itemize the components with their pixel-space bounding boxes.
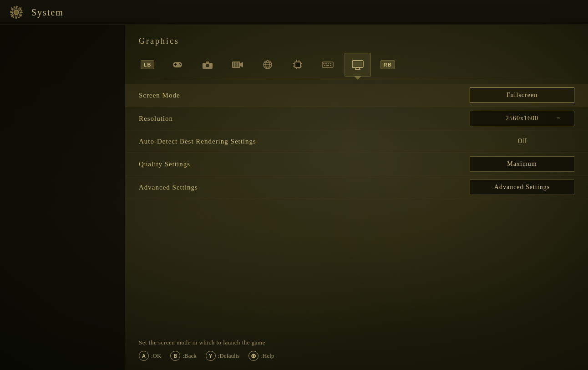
defaults-button: Y [206,351,216,361]
rb-tag: RB [380,60,395,69]
control-help: ⊕ :Help [248,351,274,361]
svg-rect-14 [235,62,237,67]
tab-video[interactable] [224,53,251,77]
tm-mark: ™ [556,116,561,121]
section-title: Graphics [139,36,179,46]
auto-detect-row: Auto-Detect Best Rendering Settings Off [125,130,588,153]
back-label: :Back [182,352,196,360]
help-label: :Help [261,352,274,360]
svg-rect-38 [330,65,331,66]
screen-mode-row: Screen Mode Fullscreen [125,84,588,107]
svg-rect-13 [233,62,234,67]
advanced-settings-box[interactable]: Advanced Settings [470,180,574,195]
svg-rect-40 [353,62,362,67]
top-bar: System [0,0,588,25]
defaults-label: :Defaults [218,352,240,360]
svg-rect-29 [301,63,302,64]
ok-label: :OK [151,352,161,360]
tab-bar: LB [125,53,588,77]
advanced-settings-value[interactable]: Advanced Settings [470,180,574,195]
svg-rect-31 [322,62,333,67]
left-sidebar [0,25,125,370]
tab-monitor[interactable] [345,53,371,77]
system-icon [7,3,26,22]
controls-row: A :OK B :Back Y :Defaults ⊕ :Help [139,351,574,361]
control-defaults: Y :Defaults [206,351,240,361]
help-text: Set the screen mode in which to launch t… [139,339,574,346]
window-title: System [31,7,64,18]
svg-rect-34 [328,63,329,64]
tab-keyboard[interactable] [314,53,341,77]
bottom-bar: Set the screen mode in which to launch t… [125,332,588,370]
svg-rect-28 [293,66,294,67]
advanced-settings-row: Advanced Settings Advanced Settings [125,176,588,199]
auto-detect-value: Off [470,134,574,149]
svg-rect-30 [301,66,302,67]
resolution-label: Resolution [139,115,470,123]
svg-rect-37 [326,65,329,66]
svg-rect-23 [296,60,297,62]
svg-rect-27 [293,63,294,64]
control-back: B :Back [170,351,196,361]
svg-rect-6 [175,63,176,66]
tab-camera[interactable] [194,53,221,77]
svg-rect-36 [324,65,325,66]
resolution-row: Resolution 2560x1600 [125,107,588,130]
svg-point-11 [207,65,209,67]
tab-rb[interactable]: RB [375,53,401,77]
tab-chip[interactable] [284,53,311,77]
main-content: Graphics LB [125,25,588,370]
svg-point-8 [180,64,181,65]
quality-settings-value[interactable]: Maximum [470,156,574,172]
svg-rect-15 [238,62,239,67]
tab-globe[interactable] [254,53,281,77]
screen-mode-box[interactable]: Fullscreen [470,87,574,103]
quality-settings-box[interactable]: Maximum [470,156,574,172]
svg-rect-24 [299,60,299,62]
svg-rect-32 [323,63,324,64]
screen-mode-label: Screen Mode [139,92,470,99]
svg-point-7 [179,63,180,64]
svg-rect-22 [295,62,300,67]
advanced-settings-label: Advanced Settings [139,184,470,191]
svg-rect-35 [330,63,331,64]
tab-gamepad[interactable] [164,53,191,77]
svg-rect-33 [325,63,327,64]
svg-rect-26 [299,68,299,69]
svg-point-2 [15,10,18,14]
lb-tag: LB [141,60,155,69]
settings-list: Screen Mode Fullscreen Resolution 2560x1… [125,84,588,199]
auto-detect-plain: Off [470,134,574,149]
tab-lb[interactable]: LB [134,53,161,77]
auto-detect-label: Auto-Detect Best Rendering Settings [139,138,470,145]
quality-settings-row: Quality Settings Maximum [125,153,588,176]
screen-mode-value[interactable]: Fullscreen [470,87,574,103]
svg-rect-25 [296,68,297,69]
quality-settings-label: Quality Settings [139,160,470,168]
back-button: B [170,351,180,361]
section-header: Graphics [125,36,588,53]
control-ok: A :OK [139,351,161,361]
ok-button: A [139,351,149,361]
help-button: ⊕ [248,351,259,361]
